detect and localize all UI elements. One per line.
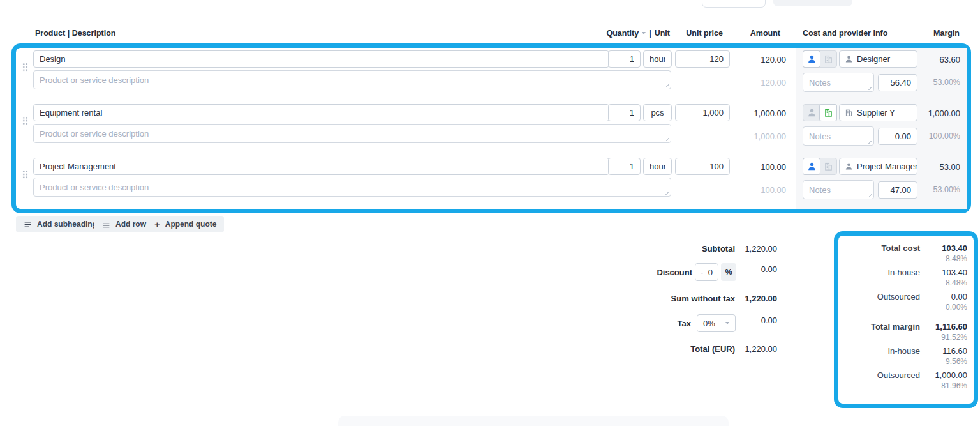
notes-textarea[interactable]: Notes xyxy=(803,73,874,92)
cost-in-house-label: In-house xyxy=(838,268,920,277)
toolbar-partial-button-1[interactable] xyxy=(702,0,766,8)
provider-select[interactable]: Project Manager xyxy=(839,158,917,175)
notes-textarea[interactable]: Notes xyxy=(803,126,874,146)
outsourced-toggle-segment[interactable] xyxy=(820,158,836,174)
resize-grip-icon[interactable] xyxy=(664,136,669,141)
total-margin-value: 1,116.60 xyxy=(920,322,967,331)
notes-placeholder: Notes xyxy=(809,185,831,195)
add-row-button[interactable]: Add row xyxy=(94,216,154,232)
drag-handle-icon[interactable] xyxy=(22,170,28,179)
notes-textarea[interactable]: Notes xyxy=(803,180,874,199)
provider-name: Project Manager xyxy=(857,162,917,171)
quantity-input[interactable] xyxy=(608,104,641,121)
total-value: 1,220.00 xyxy=(745,344,777,354)
subtotal-label: Subtotal xyxy=(702,244,735,254)
discount-unit-box[interactable]: % xyxy=(721,263,736,281)
cost-input[interactable] xyxy=(878,74,917,91)
quote-editor-page: Product | Description Quantity | Unit Un… xyxy=(0,0,980,426)
resize-grip-icon[interactable] xyxy=(664,82,669,87)
description-textarea[interactable]: Product or service description xyxy=(33,178,671,197)
quantity-input[interactable] xyxy=(608,158,641,175)
add-subheading-button[interactable]: Add subheading xyxy=(16,216,105,232)
in-house-toggle-segment[interactable] xyxy=(803,158,820,174)
column-header-unit: Unit xyxy=(655,29,670,38)
discount-value: 0 xyxy=(708,268,713,277)
company-icon xyxy=(824,162,833,171)
cost-outsourced-label: Outsourced xyxy=(838,292,920,301)
quantity-sort-caret-icon[interactable] xyxy=(642,32,646,34)
line-amount-total: 120.00 xyxy=(718,78,786,87)
add-row-label: Add row xyxy=(115,220,146,229)
person-icon xyxy=(845,55,853,63)
line-amount: 1,000.00 xyxy=(718,109,786,118)
total-cost-value: 103.40 xyxy=(920,243,967,253)
column-header-unit-price: Unit price xyxy=(686,29,723,38)
provider-type-toggle[interactable] xyxy=(803,104,837,121)
plus-icon: + xyxy=(154,220,160,229)
outsourced-toggle-segment[interactable] xyxy=(820,51,836,67)
line-margin-percent: 53.00% xyxy=(933,185,960,194)
cost-input[interactable] xyxy=(878,181,917,199)
line-amount-total: 100.00 xyxy=(718,185,786,195)
unit-input[interactable] xyxy=(643,50,672,68)
description-textarea[interactable]: Product or service description xyxy=(33,124,671,143)
total-cost-row: Total cost 103.40 8.48% xyxy=(838,243,967,263)
margin-outsourced-percent: 81.96% xyxy=(838,381,967,390)
product-name-input[interactable] xyxy=(33,158,609,175)
unit-input[interactable] xyxy=(643,104,672,121)
column-header-quantity-unit: Quantity | Unit xyxy=(606,29,670,38)
person-icon xyxy=(807,54,817,64)
total-margin-label: Total margin xyxy=(838,322,920,331)
line-amount: 120.00 xyxy=(718,55,786,65)
margin-outsourced-label: Outsourced xyxy=(838,370,920,380)
quantity-input[interactable] xyxy=(608,50,641,68)
subtotal-value: 1,220.00 xyxy=(745,244,777,254)
total-label: Total (EUR) xyxy=(690,344,735,354)
resize-grip-icon[interactable] xyxy=(867,85,872,90)
discount-input[interactable]: - 0 xyxy=(695,263,718,281)
resize-grip-icon[interactable] xyxy=(867,192,872,197)
column-header-margin: Margin xyxy=(933,29,960,38)
product-name-input[interactable] xyxy=(33,50,609,68)
total-cost-label: Total cost xyxy=(838,243,920,253)
provider-select[interactable]: Supplier Y xyxy=(839,104,917,121)
in-house-toggle-segment[interactable] xyxy=(803,51,820,67)
product-name-input[interactable] xyxy=(33,104,609,121)
margin-in-house-row: In-house 116.60 9.56% xyxy=(838,346,967,366)
outsourced-toggle-segment[interactable] xyxy=(820,105,836,121)
in-house-toggle-segment[interactable] xyxy=(803,105,820,121)
resize-grip-icon[interactable] xyxy=(867,139,872,144)
margin-in-house-percent: 9.56% xyxy=(838,357,967,366)
line-amount: 100.00 xyxy=(718,162,786,172)
tax-select[interactable]: 0% xyxy=(697,314,736,332)
line-margin: 63.60 xyxy=(939,55,960,65)
cost-margin-highlight-frame: Total cost 103.40 8.48% In-house 103.40 … xyxy=(834,231,978,408)
margin-outsourced-value: 1,000.00 xyxy=(920,370,967,380)
margin-outsourced-row: Outsourced 1,000.00 81.96% xyxy=(838,370,967,390)
tax-label: Tax xyxy=(678,319,691,328)
provider-select[interactable]: Designer xyxy=(839,50,917,68)
drag-handle-icon[interactable] xyxy=(22,116,28,125)
row-lines-icon xyxy=(102,220,110,229)
line-margin: 53.00 xyxy=(939,162,960,172)
resize-grip-icon[interactable] xyxy=(664,190,669,195)
line-margin-percent: 100.00% xyxy=(929,132,960,141)
cost-outsourced-percent: 0.00% xyxy=(838,303,967,312)
provider-type-toggle[interactable] xyxy=(803,158,837,175)
chevron-down-icon xyxy=(725,322,729,324)
quote-line-row: Product or service description 120.00 12… xyxy=(16,48,967,102)
tax-amount: 0.00 xyxy=(761,316,777,325)
append-quote-button[interactable]: + Append quote xyxy=(147,216,224,232)
total-margin-row: Total margin 1,116.60 91.52% xyxy=(838,322,967,342)
description-placeholder: Product or service description xyxy=(40,183,149,192)
toolbar-partial-button-2[interactable] xyxy=(773,0,852,6)
notes-placeholder: Notes xyxy=(809,78,831,87)
margin-in-house-label: In-house xyxy=(838,346,920,356)
cost-provider-panel: Designer Notes 63.60 53.00% xyxy=(796,48,967,102)
unit-input[interactable] xyxy=(643,158,672,175)
description-textarea[interactable]: Product or service description xyxy=(33,70,671,89)
drag-handle-icon[interactable] xyxy=(22,63,28,72)
provider-type-toggle[interactable] xyxy=(803,50,837,68)
cost-input[interactable] xyxy=(878,128,917,145)
cost-outsourced-value: 0.00 xyxy=(920,292,967,301)
